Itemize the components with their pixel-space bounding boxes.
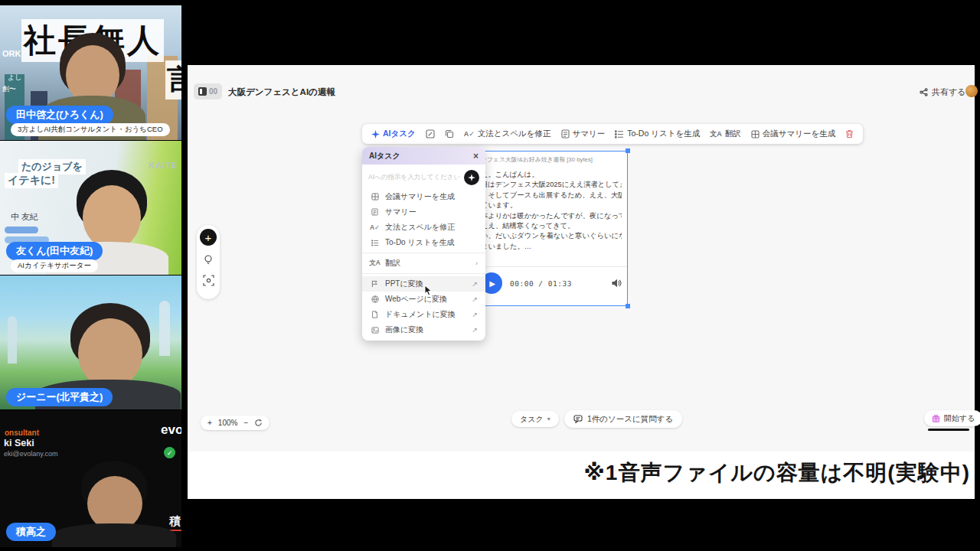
add-button[interactable]: + <box>200 229 217 246</box>
video-tile-1: 社長無人 言 ORK よし 創〜 田中啓之(ひろくん) 3方よしAI共創コンサル… <box>0 5 181 140</box>
playback-time: 00:00 / 01:33 <box>510 279 572 288</box>
document-icon <box>370 311 380 318</box>
ai-task-panel: AIタスク × AIへの指示を入力してください... 会議サマリーを生成 サマリ… <box>362 147 485 341</box>
zoom-control: + 100% − <box>201 416 270 430</box>
overlay-text: 中 友紀 <box>11 211 38 223</box>
copy-icon[interactable] <box>445 129 454 139</box>
ai-task-button[interactable]: AIタスク <box>371 129 416 139</box>
ppt-flag-icon <box>370 280 380 288</box>
ai-spark-icon <box>468 174 475 181</box>
ask-source-button[interactable]: 1件のソースに質問する <box>564 410 682 428</box>
panel-title: AIタスク <box>369 151 400 161</box>
menu-item-translate[interactable]: 文A 翻訳 › <box>362 256 485 271</box>
summary-button[interactable]: サマリー <box>561 129 606 139</box>
kaiteki-logo: KAITE <box>149 161 178 170</box>
translate-icon: 文A <box>710 129 722 139</box>
chat-bubble-icon <box>573 415 583 423</box>
start-progress-bar <box>928 429 969 431</box>
video-tile-4: onsultant ki Seki eki@evolany.com evo ✓ … <box>0 410 181 547</box>
user-avatar[interactable] <box>965 85 978 97</box>
web-globe-icon <box>370 295 380 303</box>
start-button[interactable]: 開始する <box>924 410 980 426</box>
ai-instruction-input[interactable]: AIへの指示を入力してください... <box>368 170 479 185</box>
menu-item-meeting-summary[interactable]: 会議サマリーを生成 <box>362 189 485 204</box>
external-link-icon: ↗ <box>472 326 478 334</box>
participant-name-badge: 友くん(田中友紀) <box>6 242 103 260</box>
cursor-icon <box>422 285 433 297</box>
audio-note-card[interactable]: ンフェス大阪!&お好み焼き週報 [30 bytes] え。こんばんは。 日はデン… <box>475 151 628 306</box>
spellcheck-icon: A✓ <box>370 223 380 231</box>
badge-count: 00 <box>209 87 217 96</box>
overlay-text: たのジョブを <box>18 159 86 174</box>
trash-icon[interactable] <box>845 129 854 139</box>
chevron-down-icon: ▾ <box>547 416 550 422</box>
fix-grammar-button[interactable]: A✓ 文法とスペルを修正 <box>464 129 551 139</box>
gift-icon <box>932 414 940 422</box>
panel-header: AIタスク × <box>362 147 485 165</box>
todo-list-icon <box>370 240 380 246</box>
overlay-vertical-char: 言 <box>165 60 181 99</box>
task-dropdown[interactable]: タスク ▾ <box>511 411 559 427</box>
participant-name-badge: 積高之 <box>6 523 56 541</box>
lightbulb-icon[interactable] <box>203 254 214 266</box>
selection-handle[interactable] <box>626 304 630 308</box>
ai-spark-icon <box>371 130 380 139</box>
spellcheck-icon: A✓ <box>464 130 475 138</box>
external-link-icon: ↗ <box>472 280 478 288</box>
menu-item-convert-doc[interactable]: ドキュメントに変換 ↗ <box>362 307 485 322</box>
evo-logo: evo <box>161 422 181 438</box>
overlay-text: イテキに! <box>5 173 58 188</box>
divider <box>362 253 485 253</box>
close-icon[interactable]: × <box>473 151 479 161</box>
menu-item-summary[interactable]: サマリー <box>362 204 485 220</box>
shared-screen-app: 00 大阪デンフェスとAIの週報 共有する + AIタスク A✓ 文法とスペルを… <box>188 65 975 499</box>
todo-list-button[interactable]: To-Do リストを生成 <box>615 129 700 139</box>
selection-toolbar: AIタスク A✓ 文法とスペルを修正 サマリー To-Do リストを生成 文A … <box>362 124 863 144</box>
todo-list-icon <box>615 130 624 139</box>
send-button[interactable] <box>464 170 479 185</box>
overlay-text: 創〜 <box>2 84 16 94</box>
overlay-text: よし <box>8 73 21 83</box>
decorative-pill <box>5 227 38 233</box>
meeting-summary-icon <box>751 130 760 139</box>
reset-zoom-icon[interactable] <box>254 419 263 427</box>
video-tile-3: ジーニー(北平貴之) <box>0 276 181 409</box>
participant-subtitle-badge: 3方よしAI共創コンサルタント・おうちCEO <box>11 123 170 136</box>
external-link-icon: ↗ <box>472 311 478 318</box>
image-icon <box>370 327 380 334</box>
meeting-summary-button[interactable]: 会議サマリーを生成 <box>751 129 835 139</box>
menu-item-todo[interactable]: To-Do リストを生成 <box>362 235 485 250</box>
canvas-tools: + <box>197 225 220 299</box>
sidebar-layout-icon <box>198 87 207 96</box>
overlay-text: onsultant <box>5 429 39 437</box>
menu-item-grammar[interactable]: A✓ 文法とスペルを修正 <box>362 220 485 235</box>
participant-name-badge: ジーニー(北平貴之) <box>6 388 113 406</box>
meeting-stage: 社長無人 言 ORK よし 創〜 田中啓之(ひろくん) 3方よしAI共創コンサル… <box>0 0 980 551</box>
card-title: ンフェス大阪!&お好み焼き週報 [30 bytes] <box>475 152 627 164</box>
speaker-icon[interactable] <box>612 279 622 288</box>
meeting-summary-icon <box>370 193 380 201</box>
menu-item-convert-image[interactable]: 画像に変換 ↗ <box>362 322 485 337</box>
edit-pencil-icon[interactable] <box>426 129 435 139</box>
participant-subtitle-badge: AIカイテキサポーター <box>11 259 98 272</box>
page-title: 大阪デンフェスとAIの週報 <box>228 86 335 98</box>
input-placeholder: AIへの指示を入力してください... <box>368 173 459 182</box>
translate-button[interactable]: 文A 翻訳 <box>710 129 741 139</box>
check-badge-icon: ✓ <box>164 447 175 458</box>
tower-shape <box>159 301 170 356</box>
tower-shape <box>8 316 17 364</box>
zoom-out-plus-button[interactable]: + <box>207 419 212 427</box>
audio-player: ▶ 00:00 / 01:33 <box>481 272 622 294</box>
selection-handle[interactable] <box>626 148 630 153</box>
share-label: 共有する <box>932 86 966 98</box>
participant-name-badge: 田中啓之(ひろくん) <box>6 106 113 124</box>
share-button[interactable]: 共有する <box>920 86 966 98</box>
translate-icon: 文A <box>370 259 380 268</box>
zoom-in-minus-button[interactable]: − <box>243 419 248 427</box>
video-tile-2: たのジョブを イテキに! KAITE 中 友紀 友くん(田中友紀) AIカイテキ… <box>0 141 181 275</box>
summary-doc-icon <box>561 129 570 139</box>
divider <box>362 273 485 274</box>
overlay-text: 積 <box>169 514 181 529</box>
focus-frame-icon[interactable] <box>203 275 214 286</box>
sidebar-toggle-button[interactable]: 00 <box>194 83 222 99</box>
